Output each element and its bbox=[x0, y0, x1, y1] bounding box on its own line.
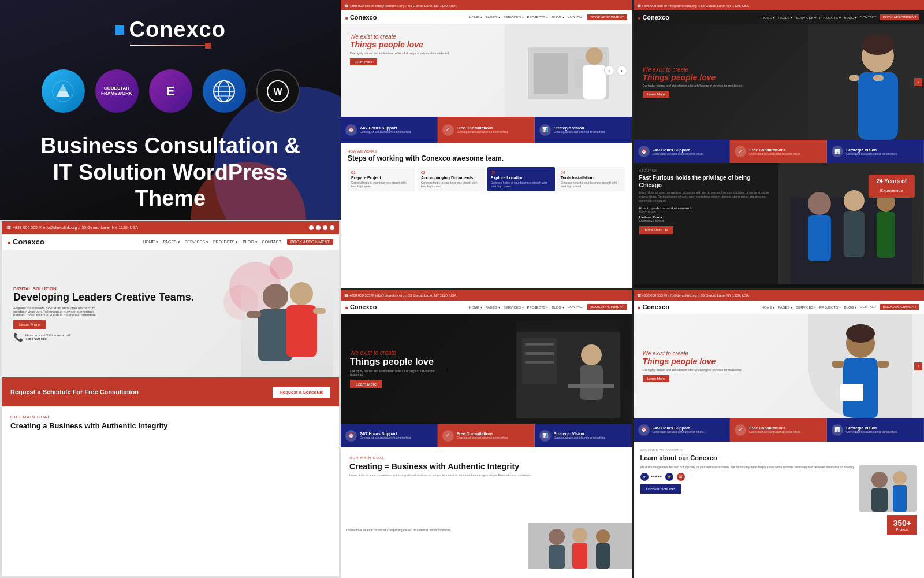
c4-hero-text: We exist to create Things people love Ou… bbox=[634, 341, 751, 391]
c4-feature-2: ✓ Free Consultations Conexquot accusat u… bbox=[730, 418, 827, 442]
c4-welcome-image bbox=[859, 465, 917, 512]
c1-feature-1: ⏰ 24/7 Hours Support Conexquot accusat u… bbox=[341, 117, 438, 143]
c2-logo: ■ Conexco bbox=[638, 14, 669, 21]
c3-navbar: ■ Conexco HOME ▾ PAGES ▾ SERVICES ▾ PROJ… bbox=[341, 301, 632, 314]
svg-point-13 bbox=[290, 282, 313, 305]
c4-learn-btn[interactable]: Learn More bbox=[643, 375, 670, 382]
svg-rect-18 bbox=[534, 53, 568, 94]
svg-point-49 bbox=[549, 529, 565, 545]
svg-rect-15 bbox=[313, 308, 326, 314]
c2-more-btn[interactable]: More About Us bbox=[639, 226, 674, 234]
cell-4-welcome: ☎ +888 000 555 ✉ info@demolink.org ⌂ 55 … bbox=[634, 290, 925, 579]
svg-rect-33 bbox=[844, 211, 865, 257]
c1-navbar: ■ Conexco HOME ▾ PAGES ▾ SERVICES ▾ PROJ… bbox=[341, 10, 632, 24]
c1-f3-title: Strategic Vision bbox=[554, 126, 606, 130]
svg-rect-26 bbox=[873, 75, 884, 81]
cell-1-white-demo: ☎ +888 000 555 ✉ info@demolink.org ⌂ 55 … bbox=[341, 0, 632, 288]
c4-welcome-text: We make imaginative that turn out logica… bbox=[640, 465, 855, 535]
cell-2-dark-demo: ☎ +888 000 555 ✉ info@demolink.org ⌂ 55 … bbox=[634, 0, 925, 288]
demo-hero: DIGITAL SOLUTION Developing Leaders Crea… bbox=[2, 250, 339, 377]
c1-learn-btn[interactable]: Learn More bbox=[350, 58, 377, 65]
c4-features-bar: ⏰ 24/7 Hours Support Conexquot accusat u… bbox=[634, 418, 925, 442]
demo-learn-btn[interactable]: Learn More bbox=[13, 320, 46, 329]
c1-feature-2: ✓ Free Consultations Conexquot accusat u… bbox=[438, 117, 535, 143]
svg-marker-2 bbox=[59, 84, 66, 91]
demo-book-btn[interactable]: BOOK APPOINMENT bbox=[287, 239, 333, 245]
c4-discover-btn[interactable]: Discover more info bbox=[640, 484, 681, 494]
c2-features-bar: ⏰ 24/7 Hours Support Conexquot accusat u… bbox=[634, 140, 925, 163]
c3-learn-btn[interactable]: Learn More bbox=[350, 380, 382, 388]
c3-feature-1: ⏰ 24/7 Hours Support Conexquot accusat u… bbox=[341, 424, 438, 447]
c3-book-btn[interactable]: BOOK APPOINMENT bbox=[587, 304, 627, 310]
svg-rect-35 bbox=[877, 212, 895, 258]
c3-hero-image bbox=[516, 320, 620, 418]
main-headline: Business Consultation & IT Solution Word… bbox=[17, 133, 323, 212]
svg-point-30 bbox=[808, 192, 831, 215]
c3-f1-icon: ⏰ bbox=[345, 430, 357, 442]
brand-logo-text: Conexco bbox=[129, 17, 225, 42]
svg-rect-21 bbox=[583, 65, 606, 99]
svg-rect-64 bbox=[871, 488, 888, 512]
svg-rect-60 bbox=[840, 384, 863, 401]
goal-label: OUR MAIN GOAL bbox=[10, 415, 330, 419]
c2-about-label: ABOUT US bbox=[639, 169, 773, 172]
svg-rect-12 bbox=[247, 311, 261, 318]
c1-topbar: ☎ +888 000 555 ✉ info@demolink.org ⌂ 55 … bbox=[341, 0, 632, 10]
c3-nav-left[interactable]: ‹ bbox=[446, 364, 449, 375]
demo-hero-text: DIGITAL SOLUTION Developing Leaders Crea… bbox=[2, 275, 206, 353]
c4-book-btn[interactable]: BOOK APPOINMENT bbox=[880, 304, 919, 310]
c2-person-role: Chemist & Founder bbox=[639, 219, 773, 223]
c1-book-btn[interactable]: BOOK APPOINMENT bbox=[587, 14, 627, 20]
headline-text: Business Consultation & IT Solution Word… bbox=[17, 133, 323, 212]
c4-hero: We exist to create Things people love Ou… bbox=[634, 314, 925, 418]
hero-label: DIGITAL SOLUTION bbox=[13, 286, 194, 291]
c2-book-btn[interactable]: BOOK APPOINMENT bbox=[880, 14, 919, 20]
c2-hero: We exist to create Things people love Ou… bbox=[634, 24, 925, 140]
c1-hero-h2: Things people love bbox=[350, 40, 449, 50]
c2-nav-right[interactable]: › bbox=[914, 78, 922, 86]
svg-text:Experience: Experience bbox=[880, 188, 904, 193]
logo-square-icon bbox=[115, 25, 126, 35]
codestar-label: CODESTAR FRAMEWORK bbox=[98, 86, 136, 97]
c1-steps-title: Steps of working with Conexco awesome te… bbox=[348, 154, 625, 162]
c4-badge-1: ★ ★★★★★ bbox=[640, 473, 662, 481]
c1-feature-3: 📊 Strategic Vision Conexquot accusat ull… bbox=[535, 117, 632, 143]
elementor-icon: E bbox=[149, 69, 192, 113]
svg-point-53 bbox=[596, 529, 610, 543]
c2-feature-1: ⏰ 24/7 Hours Support Conexquot accusat u… bbox=[634, 140, 731, 163]
c2-f3-icon: 📊 bbox=[832, 146, 843, 157]
demo-topbar: ☎ +888 000 555 ✉ info@demolink.org ⌂ 55 … bbox=[2, 221, 339, 234]
c4-badge-icon-2: ⚡ bbox=[665, 473, 673, 481]
c3-goal-label: OUR MAIN GOAL bbox=[349, 456, 623, 460]
c3-bottom-image bbox=[528, 523, 632, 569]
c1-next-btn[interactable]: › bbox=[617, 65, 627, 76]
c2-learn-btn[interactable]: Learn More bbox=[643, 91, 670, 98]
svg-point-61 bbox=[846, 324, 875, 343]
c3-features-bar: ⏰ 24/7 Hours Support Conexquot accusat u… bbox=[341, 424, 632, 447]
svg-rect-47 bbox=[568, 384, 614, 388]
c4-nav-right[interactable]: › bbox=[914, 362, 922, 370]
c4-feature-3: 📊 Strategic Vision Conexquot accusat ull… bbox=[827, 418, 924, 442]
c1-f2-title: Free Consultations bbox=[457, 126, 509, 130]
c3-goal-section: OUR MAIN GOAL Creating = Business with A… bbox=[341, 447, 632, 523]
c4-stat-badge: 350+ Projects bbox=[887, 515, 917, 535]
right-grid: ☎ +888 000 555 ✉ info@demolink.org ⌂ 55 … bbox=[341, 0, 924, 578]
c1-step-3: 03 Explore Location Conexco helps to you… bbox=[487, 167, 555, 191]
svg-point-32 bbox=[844, 190, 865, 211]
c1-features-bar: ⏰ 24/7 Hours Support Conexquot accusat u… bbox=[341, 117, 632, 143]
c2-feature-2: ✓ Free Consultations Conexquot accusat u… bbox=[730, 140, 827, 163]
c4-f3-icon: 📊 bbox=[832, 424, 843, 436]
c2-hero-text: We exist to create Things people love Ou… bbox=[634, 57, 751, 108]
c4-welcome-title: Learn about our Conexco bbox=[640, 454, 918, 462]
c1-logo: ■ Conexco bbox=[345, 14, 377, 21]
c2-topbar: ☎ +888 000 555 ✉ info@demolink.org ⌂ 55 … bbox=[634, 0, 925, 10]
svg-rect-50 bbox=[549, 545, 565, 569]
c4-f1-icon: ⏰ bbox=[638, 424, 650, 436]
c1-f3-sub: Conexquot accusat ullamco amet officia. bbox=[554, 130, 606, 134]
c3-topbar: ☎ +888 000 555 ✉ info@demolink.org ⌂ 55 … bbox=[341, 290, 632, 301]
c1-f2-icon: ✓ bbox=[442, 124, 454, 136]
c1-prev-btn[interactable]: ‹ bbox=[604, 65, 614, 76]
schedule-btn[interactable]: Request a Schedule bbox=[273, 387, 330, 398]
c1-f1-icon: ⏰ bbox=[345, 124, 357, 136]
c1-f3-icon: 📊 bbox=[539, 124, 551, 136]
